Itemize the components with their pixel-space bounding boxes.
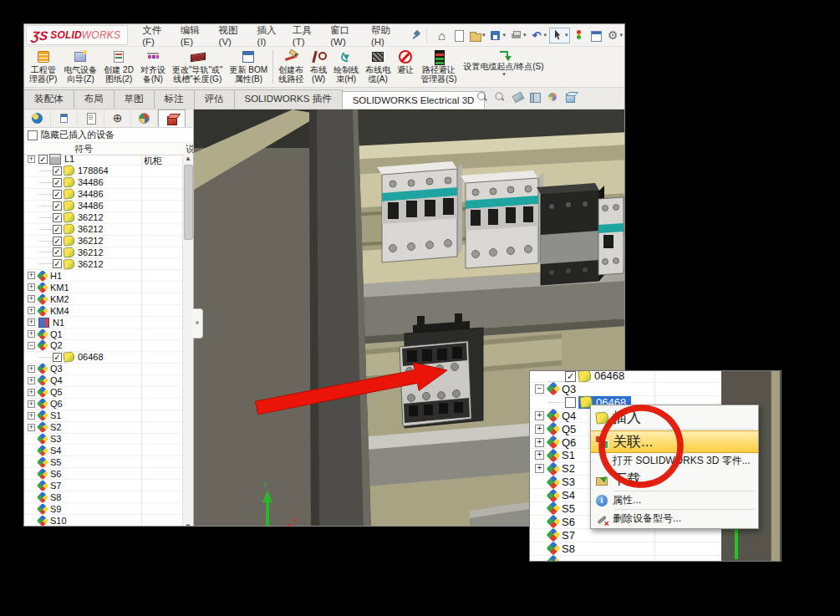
tree-item-S6[interactable]: S6 — [24, 468, 193, 480]
tree-item-S9[interactable]: S9 — [24, 503, 193, 515]
tree-item-34486[interactable]: 34486 — [24, 177, 193, 189]
view-orientation-icon[interactable] — [529, 91, 541, 103]
tree-item-S1[interactable]: S1 — [24, 410, 193, 422]
menu-item-属性[interactable]: 属性... — [591, 492, 758, 508]
set-cable-origin-destination-button[interactable]: 设置电缆起点/终点(S)▾ — [460, 48, 547, 86]
item-checkbox[interactable] — [565, 371, 576, 382]
route-wires-button[interactable]: 布线(W) — [307, 48, 330, 86]
item-checkbox[interactable] — [53, 201, 62, 211]
avoid-button[interactable]: 避让 — [394, 48, 417, 86]
tab-布局[interactable]: 布局 — [74, 89, 115, 109]
tab-评估[interactable]: 评估 — [194, 89, 235, 109]
menubar-item-0[interactable]: 文件(F) — [136, 23, 174, 49]
print-button[interactable]: ▾ — [508, 28, 528, 43]
item-checkbox[interactable] — [38, 155, 48, 164]
expander-plus-icon[interactable] — [535, 411, 544, 420]
tab-装配体[interactable]: 装配体 — [23, 89, 74, 109]
zoom-fit-icon[interactable] — [476, 91, 488, 103]
item-checkbox[interactable] — [53, 247, 62, 257]
section-view-icon[interactable] — [512, 91, 523, 103]
tree-item-06468[interactable]: 06468 — [24, 352, 193, 364]
expander-plus-icon[interactable] — [28, 424, 35, 431]
undo-dropdown-icon[interactable]: ▾ — [543, 32, 547, 38]
expander-plus-icon[interactable] — [28, 400, 35, 408]
menubar-item-5[interactable]: 窗口(W) — [324, 23, 365, 49]
menubar-item-1[interactable]: 编辑(E) — [175, 23, 213, 49]
tree-item-S7[interactable]: S7 — [530, 529, 721, 542]
print-dropdown-icon[interactable]: ▾ — [523, 32, 527, 38]
panel-tab-palette[interactable] — [131, 109, 158, 127]
open-dropdown-icon[interactable]: ▾ — [482, 32, 486, 38]
options-gear-dropdown-icon[interactable]: ▾ — [619, 32, 623, 38]
create-route-path-button[interactable]: 创建布线路径 — [275, 48, 307, 86]
select-cursor-dropdown-icon[interactable]: ▾ — [565, 32, 568, 38]
expander-plus-icon[interactable] — [28, 283, 35, 291]
expander-plus-icon[interactable] — [28, 365, 35, 373]
expander-plus-icon[interactable] — [535, 451, 544, 460]
interference-button[interactable] — [571, 28, 587, 43]
panel-tab-component-list[interactable] — [51, 109, 78, 127]
save-dropdown-icon[interactable]: ▾ — [502, 32, 506, 38]
item-checkbox[interactable] — [565, 397, 576, 408]
options-gear-button[interactable]: ▾ — [604, 28, 624, 43]
create-2d-drawing-button[interactable]: 创建 2D图纸(2) — [100, 48, 137, 86]
path-avoid-manager-button[interactable]: 路径避让管理器(S) — [417, 48, 460, 86]
tree-item-36212[interactable]: 36212 — [24, 212, 193, 224]
item-checkbox[interactable] — [53, 213, 62, 222]
tab-标注[interactable]: 标注 — [154, 89, 195, 109]
new-document-button[interactable] — [451, 28, 466, 43]
expander-plus-icon[interactable] — [535, 438, 544, 447]
tree-item-S8[interactable]: S8 — [24, 491, 193, 503]
item-checkbox[interactable] — [53, 353, 62, 362]
tree-item-36212[interactable]: 36212 — [24, 258, 193, 270]
tree-item-36212[interactable]: 36212 — [24, 247, 193, 259]
set-cable-origin-destination-dropdown-icon[interactable]: ▾ — [502, 71, 506, 78]
menu-item-打开solidworks3d零件[interactable]: 打开 SOLIDWORKS 3D 零件... — [591, 453, 758, 469]
menu-item-下载[interactable]: 下载... — [591, 469, 758, 490]
draw-harness-button[interactable]: 绘制线束(H) — [330, 48, 362, 86]
expander-plus-icon[interactable] — [28, 272, 35, 279]
expander-plus-icon[interactable] — [28, 330, 35, 338]
panel-tab-locate[interactable] — [104, 109, 131, 127]
item-checkbox[interactable] — [53, 259, 62, 268]
select-cursor-button[interactable]: ▾ — [549, 28, 571, 43]
tree-item-34486[interactable]: 34486 — [24, 201, 193, 212]
menubar-item-2[interactable]: 视图(V) — [213, 23, 252, 49]
tree-item-S2[interactable]: S2 — [24, 422, 193, 434]
tree-item-36212[interactable]: 36212 — [24, 236, 193, 247]
tree-item-S5[interactable]: S5 — [24, 456, 193, 468]
change-rail-duct-length-button[interactable]: 更改"导轨"或"线槽"长度(G) — [169, 48, 227, 86]
tree-item-KM1[interactable]: KM1 — [24, 282, 193, 293]
tree-scrollbar[interactable]: ▲ ▼ — [182, 154, 193, 527]
tree-item-partial[interactable] — [530, 556, 721, 562]
panel-collapse-handle[interactable] — [193, 308, 203, 339]
menubar-item-3[interactable]: 插入(I) — [252, 23, 287, 49]
expander-plus-icon[interactable] — [28, 389, 35, 396]
expander-plus-icon[interactable] — [28, 307, 35, 314]
menubar-item-6[interactable]: 帮助(H) — [365, 23, 405, 49]
tree-item-S8[interactable]: S8 — [530, 542, 721, 556]
save-button[interactable]: ▾ — [487, 28, 507, 43]
tree-item-KM2[interactable]: KM2 — [24, 293, 193, 305]
menu-item-关联[interactable]: 关联... — [591, 430, 758, 453]
tab-草图[interactable]: 草图 — [114, 89, 155, 109]
route-cables-button[interactable]: 布线电缆(A) — [362, 48, 394, 86]
item-checkbox[interactable] — [53, 178, 62, 187]
home-button[interactable] — [434, 28, 450, 43]
tree-item-S4[interactable]: S4 — [24, 445, 193, 456]
tree-item-178864[interactable]: 178864 — [24, 165, 193, 177]
tab-solidworks-插件[interactable]: SOLIDWORKS 插件 — [234, 89, 343, 109]
align-devices-button[interactable]: 对齐设备(N) — [137, 48, 169, 86]
tree-item-Q3[interactable]: Q3 — [530, 383, 721, 396]
item-checkbox[interactable] — [53, 166, 62, 176]
expander-plus-icon[interactable] — [28, 412, 35, 420]
tree-item-36212[interactable]: 36212 — [24, 224, 193, 236]
project-manager-button[interactable]: 工程管理器(P) — [26, 48, 60, 86]
expander-plus-icon[interactable] — [535, 464, 544, 473]
electrical-device-wizard-button[interactable]: 电气设备向导(Z) — [60, 48, 100, 86]
tree-item-L1[interactable]: L1机柜 — [24, 154, 193, 165]
tree-item-Q2[interactable]: Q2 — [24, 340, 193, 352]
appearance-icon[interactable] — [547, 91, 558, 103]
tree-item-Q6[interactable]: Q6 — [24, 399, 193, 410]
tree-item-Q3[interactable]: Q3 — [24, 364, 193, 375]
